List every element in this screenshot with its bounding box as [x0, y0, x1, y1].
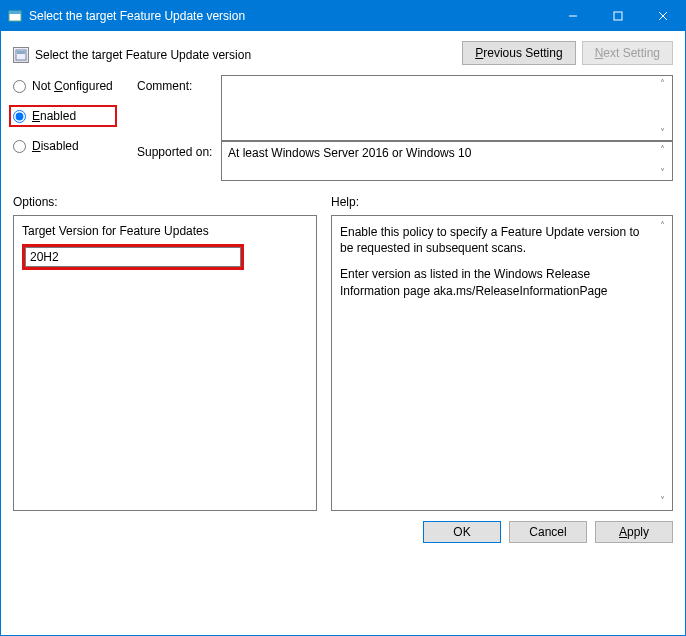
policy-heading: Select the target Feature Update version — [35, 48, 251, 62]
app-icon — [7, 8, 23, 24]
svg-rect-1 — [9, 11, 21, 14]
radio-not-configured-input[interactable] — [13, 80, 26, 93]
scroll-down-icon[interactable]: ˅ — [655, 495, 670, 506]
option-label: Target Version for Feature Updates — [22, 224, 308, 238]
titlebar: Select the target Feature Update version — [1, 1, 685, 31]
help-text-1: Enable this policy to specify a Feature … — [340, 224, 652, 256]
radio-disabled-input[interactable] — [13, 140, 26, 153]
target-version-input[interactable] — [25, 247, 241, 267]
supported-label: Supported on: — [137, 141, 217, 181]
policy-icon — [13, 47, 29, 63]
scroll-down-icon[interactable]: ˅ — [655, 127, 670, 138]
options-label: Options: — [13, 195, 331, 209]
maximize-button[interactable] — [595, 1, 640, 31]
ok-button[interactable]: OK — [423, 521, 501, 543]
previous-setting-button[interactable]: Previous Setting — [462, 41, 575, 65]
minimize-button[interactable] — [550, 1, 595, 31]
comment-textarea[interactable]: ˄ ˅ — [221, 75, 673, 141]
scroll-up-icon[interactable]: ˄ — [655, 144, 670, 155]
svg-rect-3 — [614, 12, 622, 20]
apply-button[interactable]: Apply — [595, 521, 673, 543]
supported-on-text: At least Windows Server 2016 or Windows … — [228, 146, 471, 160]
radio-not-configured[interactable]: Not Configured — [13, 79, 133, 93]
radio-enabled[interactable]: Enabled — [13, 109, 107, 123]
window-title: Select the target Feature Update version — [29, 9, 550, 23]
cancel-button[interactable]: Cancel — [509, 521, 587, 543]
scroll-down-icon[interactable]: ˅ — [655, 167, 670, 178]
next-setting-button: Next Setting — [582, 41, 673, 65]
radio-enabled-input[interactable] — [13, 110, 26, 123]
help-text-2: Enter version as listed in the Windows R… — [340, 266, 652, 298]
help-pane: Enable this policy to specify a Feature … — [331, 215, 673, 511]
close-button[interactable] — [640, 1, 685, 31]
option-highlight — [22, 244, 244, 270]
scroll-up-icon[interactable]: ˄ — [655, 220, 670, 231]
comment-label: Comment: — [137, 75, 217, 141]
help-label: Help: — [331, 195, 359, 209]
supported-on-box: At least Windows Server 2016 or Windows … — [221, 141, 673, 181]
options-pane: Target Version for Feature Updates — [13, 215, 317, 511]
svg-rect-7 — [17, 51, 25, 54]
scroll-up-icon[interactable]: ˄ — [655, 78, 670, 89]
radio-disabled[interactable]: Disabled — [13, 139, 133, 153]
enabled-highlight: Enabled — [9, 105, 117, 127]
